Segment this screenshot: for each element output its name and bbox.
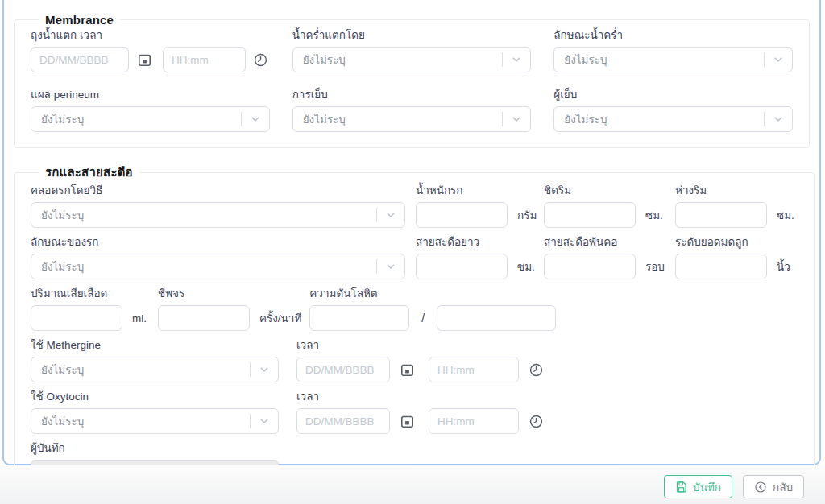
membrane-rupture-by-field: น้ำคร่ำแตกโดย ยังไม่ระบุ — [292, 28, 532, 72]
suture-select[interactable]: ยังไม่ระบุ — [292, 106, 532, 132]
suture-label: การเย็บ — [292, 88, 532, 101]
methergine-date-input[interactable] — [296, 357, 390, 382]
rupture-by-select[interactable]: ยังไม่ระบุ — [292, 47, 532, 72]
calendar-icon[interactable] — [398, 414, 416, 429]
blood-pressure-diastolic-input[interactable] — [437, 305, 556, 331]
fundus-level-input[interactable] — [675, 254, 767, 279]
blood-pressure-field: ความดันโลหิต / — [309, 287, 556, 331]
clock-icon[interactable] — [252, 52, 270, 68]
chevron-down-icon — [503, 113, 530, 126]
methergine-time-field: เวลา — [296, 338, 545, 382]
methergine-field: ใช้ Methergine ยังไม่ระบุ — [31, 338, 279, 382]
back-button-label: กลับ — [773, 478, 793, 496]
near-edge-field: ชิดริม ซม. — [544, 184, 665, 228]
placenta-section-title: รกและสายสะดือ — [39, 163, 139, 182]
save-button[interactable]: บันทึก — [664, 475, 732, 498]
blood-pressure-systolic-input[interactable] — [309, 305, 409, 331]
pulse-input[interactable] — [158, 305, 250, 331]
membrane-fluid-character-field: ลักษณะน้ำคร่ำ ยังไม่ระบุ — [553, 28, 793, 72]
cord-around-neck-field: สายสะดือพันคอ รอบ — [544, 235, 665, 279]
back-button[interactable]: กลับ — [743, 475, 804, 498]
placenta-section: รกและสายสะดือ คลอดรกโดยวิธี ยังไม่ระบุ น… — [14, 163, 815, 496]
perineum-wound-select[interactable]: ยังไม่ระบุ — [31, 106, 270, 132]
fluid-character-select[interactable]: ยังไม่ระบุ — [553, 47, 793, 72]
oxytocin-select[interactable]: ยังไม่ระบุ — [31, 408, 279, 434]
oxytocin-time-field: เวลา — [296, 390, 545, 434]
placenta-character-field: ลักษณะของรก ยังไม่ระบุ — [31, 235, 405, 279]
blood-loss-input[interactable] — [31, 305, 122, 331]
delivery-record-modal: Membrance ถุงน้ำแตก เวลา น้ำคร่ำแตกโดย ย… — [2, 0, 821, 465]
rupture-time-input[interactable] — [163, 47, 246, 72]
back-arrow-icon — [754, 481, 767, 494]
methergine-select[interactable]: ยังไม่ระบุ — [31, 357, 279, 382]
oxytocin-date-input[interactable] — [296, 408, 390, 434]
methergine-time-input[interactable] — [429, 357, 519, 382]
suturer-field: ผู้เย็บ ยังไม่ระบุ — [553, 88, 793, 132]
rupture-by-value: ยังไม่ระบุ — [293, 51, 503, 68]
cord-around-neck-input[interactable] — [544, 254, 636, 279]
save-icon — [675, 481, 687, 493]
suture-field: การเย็บ ยังไม่ระบุ — [292, 88, 532, 132]
calendar-icon[interactable] — [135, 52, 153, 68]
perineum-wound-label: แผล perineum — [31, 88, 270, 101]
clock-icon[interactable] — [527, 362, 545, 378]
delivery-method-select[interactable]: ยังไม่ระบุ — [31, 202, 405, 228]
cord-length-field: สายสะดือยาว ซม. — [416, 235, 533, 279]
placenta-delivery-method-field: คลอดรกโดยวิธี ยังไม่ระบุ — [31, 184, 405, 228]
oxytocin-time-input[interactable] — [429, 408, 519, 434]
far-edge-input[interactable] — [675, 202, 767, 228]
cord-length-input[interactable] — [416, 254, 508, 279]
chevron-down-icon — [251, 415, 278, 428]
pulse-field: ชีพจร ครั้ง/นาที — [158, 287, 301, 331]
placenta-character-select[interactable]: ยังไม่ระบุ — [31, 254, 405, 279]
membrane-section: Membrance ถุงน้ำแตก เวลา น้ำคร่ำแตกโดย ย… — [14, 13, 810, 148]
far-edge-field: ห่างริม ซม. — [675, 184, 798, 228]
bp-separator: / — [421, 312, 425, 324]
membrane-rupture-by-label: น้ำคร่ำแตกโดย — [292, 28, 532, 42]
membrane-rupture-time-field: ถุงน้ำแตก เวลา — [31, 28, 270, 72]
blood-loss-field: ปริมาณเสียเลือด ml. — [31, 287, 147, 331]
chevron-down-icon — [765, 53, 792, 66]
chevron-down-icon — [377, 260, 404, 273]
membrane-rupture-time-label: ถุงน้ำแตก เวลา — [31, 28, 270, 42]
oxytocin-field: ใช้ Oxytocin ยังไม่ระบุ — [31, 390, 279, 434]
chevron-down-icon — [377, 209, 404, 221]
placenta-weight-input[interactable] — [416, 202, 508, 228]
membrane-section-title: Membrance — [39, 13, 120, 27]
fundus-level-field: ระดับยอดมดลูก นิ้ว — [675, 235, 798, 279]
rupture-date-input[interactable] — [31, 47, 129, 72]
save-button-label: บันทึก — [693, 478, 721, 496]
clock-icon[interactable] — [527, 414, 545, 429]
calendar-icon[interactable] — [398, 362, 416, 378]
perineum-wound-field: แผล perineum ยังไม่ระบุ — [31, 88, 270, 132]
suturer-select[interactable]: ยังไม่ระบุ — [553, 106, 793, 132]
chevron-down-icon — [242, 113, 269, 126]
near-edge-input[interactable] — [544, 202, 636, 228]
chevron-down-icon — [765, 113, 792, 126]
fluid-character-label: ลักษณะน้ำคร่ำ — [553, 28, 793, 42]
modal-footer: บันทึก กลับ — [0, 465, 825, 504]
suturer-label: ผู้เย็บ — [553, 88, 793, 101]
placenta-weight-field: น้ำหนักรก กรัม — [416, 184, 533, 228]
chevron-down-icon — [251, 363, 278, 376]
chevron-down-icon — [503, 53, 530, 66]
